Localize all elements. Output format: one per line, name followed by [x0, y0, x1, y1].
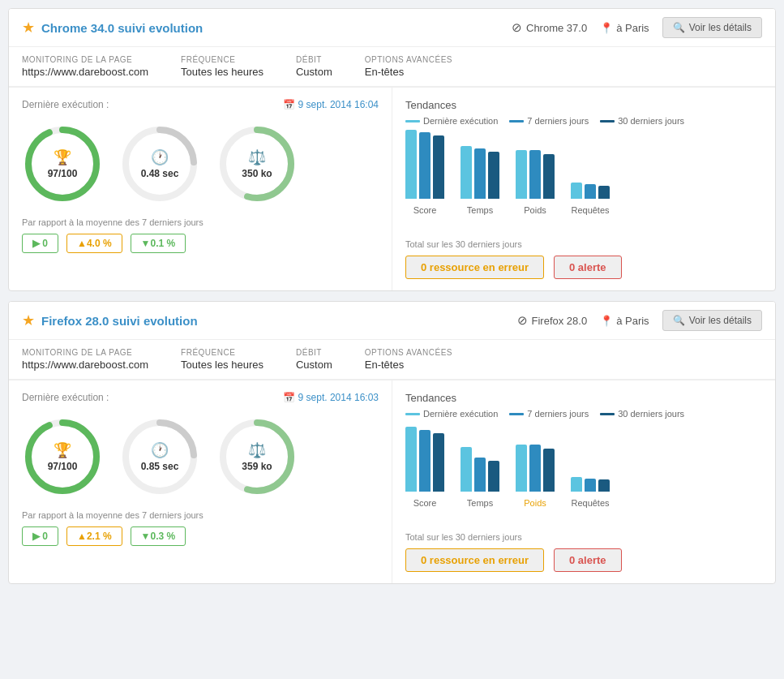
card-title-firefox[interactable]: Firefox 28.0 suivi evolution	[41, 314, 198, 328]
meta-item-3: OPTIONS AVANCÉES En-têtes	[365, 55, 452, 78]
alert-row: 0 ressource en erreur0 alerte	[405, 256, 762, 279]
chart-group-1: Temps	[461, 146, 499, 215]
meta-label: MONITORING DE LA PAGE	[22, 55, 148, 64]
chart-group-2: Poids	[516, 150, 555, 215]
location-name: à Paris	[616, 315, 649, 327]
execution-label: Dernière exécution :	[22, 392, 109, 403]
metric-value: 350 ko	[242, 168, 272, 179]
bar-1	[474, 148, 486, 199]
meta-item-0: MONITORING DE LA PAGE https://www.darebo…	[22, 55, 148, 78]
chart-group-label: Score	[413, 205, 437, 215]
bar-1	[585, 184, 596, 199]
alert-resources-button[interactable]: 0 ressource en erreur	[405, 548, 544, 572]
location-info: 📍à Paris	[600, 315, 649, 327]
meta-value: https://www.dareboost.com	[22, 66, 148, 78]
alert-alerts-button[interactable]: 0 alerte	[554, 256, 622, 279]
bar-0	[516, 445, 527, 492]
alert-resources-button[interactable]: 0 ressource en erreur	[405, 256, 544, 279]
tendances-title: Tendances	[405, 99, 762, 111]
circle-container: 🕐 0.85 sec	[119, 416, 200, 497]
chart-legend: Dernière exécution 7 derniers jours 30 d…	[405, 116, 762, 126]
bar-1	[474, 458, 486, 492]
metric-icon: 🕐	[151, 441, 169, 459]
meta-value: Toutes les heures	[181, 359, 263, 371]
browser-info: ⊘Chrome 37.0	[512, 20, 587, 35]
metric-circle-2: ⚖️ 350 ko	[216, 123, 298, 204]
chart-group-label: Temps	[467, 205, 493, 215]
chart-group-1: Temps	[461, 447, 499, 508]
chart-group-label: Poids	[524, 205, 546, 215]
chart-group-label: Requêtes	[571, 498, 609, 508]
legend-dot	[600, 413, 615, 415]
comparison-label: Par rapport à la moyenne des 7 derniers …	[22, 510, 379, 520]
circle-container: ⚖️ 350 ko	[216, 123, 298, 204]
legend-item-0: Dernière exécution	[405, 116, 498, 126]
legend-label: 30 derniers jours	[618, 116, 684, 126]
execution-date-link[interactable]: 📅 9 sept. 2014 16:04	[283, 99, 379, 110]
execution-date-text: 9 sept. 2014 16:03	[298, 392, 379, 403]
alert-alerts-button[interactable]: 0 alerte	[554, 548, 622, 572]
card-title-chrome[interactable]: Chrome 34.0 suivi evolution	[41, 21, 203, 35]
location-info: 📍à Paris	[600, 22, 649, 34]
bar-2	[433, 135, 444, 199]
bar-2	[433, 433, 444, 492]
metric-circle-0: 🏆 97/100	[22, 416, 103, 497]
legend-dot	[405, 120, 420, 122]
circle-container: 🏆 97/100	[22, 416, 103, 497]
monitor-card-chrome: ★Chrome 34.0 suivi evolution⊘Chrome 37.0…	[8, 8, 776, 291]
comparison-row: ▶ 0▲2.1 %▼0.3 %	[22, 526, 379, 546]
meta-label: OPTIONS AVANCÉES	[365, 55, 452, 64]
legend-dot	[509, 413, 524, 415]
circle-inner: ⚖️ 359 ko	[242, 441, 272, 472]
bar-2	[598, 186, 610, 199]
bars-row	[405, 427, 444, 492]
bar-2	[543, 154, 555, 199]
bar-1	[419, 430, 431, 492]
metrics-row: 🏆 97/100 🕐 0.85 sec	[22, 416, 379, 497]
circle-container: 🕐 0.48 sec	[119, 123, 200, 204]
metric-icon: 🏆	[54, 441, 71, 459]
comparison-badge-0: ▶ 0	[22, 234, 58, 253]
execution-date-link[interactable]: 📅 9 sept. 2014 16:03	[283, 392, 379, 403]
meta-value: En-têtes	[365, 66, 452, 78]
star-icon: ★	[22, 19, 35, 37]
bar-1	[419, 132, 431, 199]
legend-dot	[509, 120, 524, 122]
metric-icon: ⚖️	[248, 148, 266, 166]
circle-container: 🏆 97/100	[22, 123, 103, 204]
card-meta: MONITORING DE LA PAGE https://www.darebo…	[9, 340, 775, 380]
legend-dot	[600, 120, 615, 122]
meta-label: FRÉQUENCE	[181, 348, 263, 357]
meta-value: En-têtes	[365, 359, 452, 371]
bar-0	[405, 130, 417, 199]
comparison-badge-1: ▲2.1 %	[66, 526, 122, 546]
bar-2	[543, 449, 555, 492]
meta-item-1: FRÉQUENCE Toutes les heures	[181, 55, 263, 78]
comparison-badge-2: ▼0.3 %	[131, 526, 186, 546]
legend-label: 7 derniers jours	[527, 116, 589, 126]
bar-1	[529, 445, 541, 492]
detail-button-firefox[interactable]: 🔍Voir les détails	[662, 310, 762, 331]
meta-item-2: DÉBIT Custom	[296, 348, 332, 371]
browser-name: Chrome 37.0	[526, 22, 587, 34]
bars-row	[461, 447, 499, 492]
chart-group-0: Score	[405, 130, 444, 215]
bars-row	[516, 445, 555, 492]
detail-button-chrome[interactable]: 🔍Voir les détails	[662, 17, 762, 38]
bar-0	[405, 427, 417, 492]
star-icon: ★	[22, 312, 35, 329]
execution-label: Dernière exécution :	[22, 99, 109, 110]
bar-1	[585, 479, 596, 492]
body-right: Tendances Dernière exécution 7 derniers …	[392, 380, 775, 583]
browser-icon: ⊘	[517, 313, 528, 328]
meta-label: MONITORING DE LA PAGE	[22, 348, 148, 357]
header-left: ★Firefox 28.0 suivi evolution	[22, 312, 198, 329]
chart-area: ScoreTempsPoidsRequêtes	[405, 134, 762, 231]
metric-value: 359 ko	[242, 461, 272, 472]
body-right: Tendances Dernière exécution 7 derniers …	[392, 88, 775, 290]
comparison-badge-1: ▲4.0 %	[66, 234, 122, 253]
circle-inner: 🏆 97/100	[48, 148, 78, 179]
meta-label: FRÉQUENCE	[181, 55, 263, 64]
execution-header: Dernière exécution : 📅 9 sept. 2014 16:0…	[22, 99, 379, 110]
legend-label: Dernière exécution	[423, 116, 498, 126]
